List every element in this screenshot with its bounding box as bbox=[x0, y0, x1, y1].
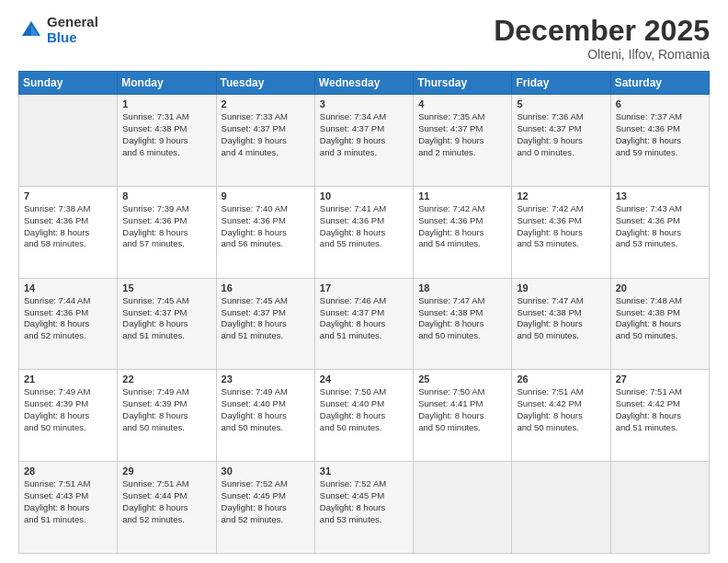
page: General Blue December 2025 Olteni, Ilfov… bbox=[0, 0, 728, 563]
week-row-3: 14Sunrise: 7:44 AM Sunset: 4:36 PM Dayli… bbox=[19, 278, 710, 370]
day-number: 22 bbox=[122, 373, 210, 385]
cell-info: Sunrise: 7:47 AM Sunset: 4:38 PM Dayligh… bbox=[517, 295, 605, 342]
calendar-cell: 1Sunrise: 7:31 AM Sunset: 4:38 PM Daylig… bbox=[118, 95, 216, 187]
day-number: 15 bbox=[122, 282, 210, 293]
day-number: 30 bbox=[222, 465, 310, 477]
day-number: 17 bbox=[320, 282, 408, 293]
logo: General Blue bbox=[18, 15, 98, 45]
week-row-4: 21Sunrise: 7:49 AM Sunset: 4:39 PM Dayli… bbox=[19, 370, 710, 462]
day-number: 4 bbox=[418, 98, 506, 109]
cell-info: Sunrise: 7:38 AM Sunset: 4:36 PM Dayligh… bbox=[24, 203, 112, 250]
cell-info: Sunrise: 7:49 AM Sunset: 4:40 PM Dayligh… bbox=[222, 386, 310, 433]
cell-info: Sunrise: 7:50 AM Sunset: 4:40 PM Dayligh… bbox=[320, 386, 408, 433]
cell-info: Sunrise: 7:43 AM Sunset: 4:36 PM Dayligh… bbox=[616, 203, 704, 250]
calendar-cell: 14Sunrise: 7:44 AM Sunset: 4:36 PM Dayli… bbox=[19, 278, 118, 370]
calendar-cell: 17Sunrise: 7:46 AM Sunset: 4:37 PM Dayli… bbox=[314, 278, 413, 370]
week-row-2: 7Sunrise: 7:38 AM Sunset: 4:36 PM Daylig… bbox=[19, 186, 710, 278]
calendar-cell: 10Sunrise: 7:41 AM Sunset: 4:36 PM Dayli… bbox=[314, 186, 413, 278]
calendar-cell: 18Sunrise: 7:47 AM Sunset: 4:38 PM Dayli… bbox=[414, 278, 512, 370]
cell-info: Sunrise: 7:47 AM Sunset: 4:38 PM Dayligh… bbox=[418, 295, 506, 342]
day-header-friday: Friday bbox=[512, 72, 610, 95]
calendar-cell: 20Sunrise: 7:48 AM Sunset: 4:38 PM Dayli… bbox=[610, 278, 709, 370]
calendar-cell bbox=[512, 462, 610, 554]
cell-info: Sunrise: 7:45 AM Sunset: 4:37 PM Dayligh… bbox=[122, 295, 210, 342]
calendar-cell: 4Sunrise: 7:35 AM Sunset: 4:37 PM Daylig… bbox=[414, 95, 512, 187]
day-number: 24 bbox=[320, 373, 408, 385]
day-number: 6 bbox=[616, 98, 704, 109]
cell-info: Sunrise: 7:49 AM Sunset: 4:39 PM Dayligh… bbox=[122, 386, 210, 433]
calendar-cell bbox=[19, 95, 118, 187]
cell-info: Sunrise: 7:42 AM Sunset: 4:36 PM Dayligh… bbox=[418, 203, 506, 250]
day-number: 11 bbox=[418, 190, 506, 201]
cell-info: Sunrise: 7:34 AM Sunset: 4:37 PM Dayligh… bbox=[320, 111, 408, 158]
calendar-cell: 6Sunrise: 7:37 AM Sunset: 4:36 PM Daylig… bbox=[610, 95, 709, 187]
calendar-cell: 3Sunrise: 7:34 AM Sunset: 4:37 PM Daylig… bbox=[314, 95, 413, 187]
calendar-cell: 16Sunrise: 7:45 AM Sunset: 4:37 PM Dayli… bbox=[216, 278, 314, 370]
calendar-cell: 25Sunrise: 7:50 AM Sunset: 4:41 PM Dayli… bbox=[414, 370, 512, 462]
cell-info: Sunrise: 7:40 AM Sunset: 4:36 PM Dayligh… bbox=[222, 203, 310, 250]
calendar-cell: 29Sunrise: 7:51 AM Sunset: 4:44 PM Dayli… bbox=[118, 462, 216, 554]
cell-info: Sunrise: 7:52 AM Sunset: 4:45 PM Dayligh… bbox=[222, 478, 310, 525]
cell-info: Sunrise: 7:41 AM Sunset: 4:36 PM Dayligh… bbox=[320, 203, 408, 250]
calendar-cell: 28Sunrise: 7:51 AM Sunset: 4:43 PM Dayli… bbox=[19, 462, 118, 554]
cell-info: Sunrise: 7:37 AM Sunset: 4:36 PM Dayligh… bbox=[616, 111, 704, 158]
day-number: 7 bbox=[24, 190, 112, 201]
day-header-tuesday: Tuesday bbox=[216, 72, 314, 95]
logo-icon bbox=[18, 17, 44, 43]
cell-info: Sunrise: 7:42 AM Sunset: 4:36 PM Dayligh… bbox=[517, 203, 605, 250]
calendar-cell: 12Sunrise: 7:42 AM Sunset: 4:36 PM Dayli… bbox=[512, 186, 610, 278]
header: General Blue December 2025 Olteni, Ilfov… bbox=[18, 15, 710, 62]
day-header-thursday: Thursday bbox=[414, 72, 512, 95]
day-header-monday: Monday bbox=[118, 72, 216, 95]
calendar-cell: 26Sunrise: 7:51 AM Sunset: 4:42 PM Dayli… bbox=[512, 370, 610, 462]
day-number: 29 bbox=[122, 465, 210, 477]
day-number: 8 bbox=[122, 190, 210, 201]
calendar-cell: 9Sunrise: 7:40 AM Sunset: 4:36 PM Daylig… bbox=[216, 186, 314, 278]
day-number: 18 bbox=[418, 282, 506, 293]
day-number: 23 bbox=[222, 373, 310, 385]
week-row-5: 28Sunrise: 7:51 AM Sunset: 4:43 PM Dayli… bbox=[19, 462, 710, 554]
cell-info: Sunrise: 7:49 AM Sunset: 4:39 PM Dayligh… bbox=[24, 386, 112, 433]
day-number: 12 bbox=[517, 190, 605, 201]
calendar-cell: 21Sunrise: 7:49 AM Sunset: 4:39 PM Dayli… bbox=[19, 370, 118, 462]
month-title: December 2025 bbox=[494, 15, 710, 47]
calendar-cell: 15Sunrise: 7:45 AM Sunset: 4:37 PM Dayli… bbox=[118, 278, 216, 370]
day-number: 31 bbox=[320, 465, 408, 477]
cell-info: Sunrise: 7:36 AM Sunset: 4:37 PM Dayligh… bbox=[517, 111, 605, 158]
calendar-cell: 24Sunrise: 7:50 AM Sunset: 4:40 PM Dayli… bbox=[314, 370, 413, 462]
day-header-sunday: Sunday bbox=[19, 72, 118, 95]
logo-blue-text: Blue bbox=[47, 30, 98, 46]
calendar-cell: 13Sunrise: 7:43 AM Sunset: 4:36 PM Dayli… bbox=[610, 186, 709, 278]
calendar-cell: 19Sunrise: 7:47 AM Sunset: 4:38 PM Dayli… bbox=[512, 278, 610, 370]
calendar-cell: 11Sunrise: 7:42 AM Sunset: 4:36 PM Dayli… bbox=[414, 186, 512, 278]
day-number: 1 bbox=[122, 98, 210, 109]
day-number: 26 bbox=[517, 373, 605, 385]
cell-info: Sunrise: 7:51 AM Sunset: 4:42 PM Dayligh… bbox=[616, 386, 704, 433]
logo-general-text: General bbox=[47, 15, 98, 30]
day-number: 14 bbox=[24, 282, 112, 293]
cell-info: Sunrise: 7:50 AM Sunset: 4:41 PM Dayligh… bbox=[418, 386, 506, 433]
calendar-cell bbox=[610, 462, 709, 554]
calendar-cell: 8Sunrise: 7:39 AM Sunset: 4:36 PM Daylig… bbox=[118, 186, 216, 278]
cell-info: Sunrise: 7:44 AM Sunset: 4:36 PM Dayligh… bbox=[24, 295, 112, 342]
calendar-cell: 22Sunrise: 7:49 AM Sunset: 4:39 PM Dayli… bbox=[118, 370, 216, 462]
cell-info: Sunrise: 7:51 AM Sunset: 4:44 PM Dayligh… bbox=[122, 478, 210, 525]
day-number: 10 bbox=[320, 190, 408, 201]
day-number: 5 bbox=[517, 98, 605, 109]
day-header-wednesday: Wednesday bbox=[314, 72, 413, 95]
calendar-cell: 27Sunrise: 7:51 AM Sunset: 4:42 PM Dayli… bbox=[610, 370, 709, 462]
cell-info: Sunrise: 7:39 AM Sunset: 4:36 PM Dayligh… bbox=[122, 203, 210, 250]
cell-info: Sunrise: 7:51 AM Sunset: 4:42 PM Dayligh… bbox=[517, 386, 605, 433]
day-number: 3 bbox=[320, 98, 408, 109]
calendar-cell: 23Sunrise: 7:49 AM Sunset: 4:40 PM Dayli… bbox=[216, 370, 314, 462]
day-number: 19 bbox=[517, 282, 605, 293]
cell-info: Sunrise: 7:52 AM Sunset: 4:45 PM Dayligh… bbox=[320, 478, 408, 525]
logo-text: General Blue bbox=[47, 15, 98, 45]
cell-info: Sunrise: 7:31 AM Sunset: 4:38 PM Dayligh… bbox=[122, 111, 210, 158]
day-number: 13 bbox=[616, 190, 704, 201]
cell-info: Sunrise: 7:45 AM Sunset: 4:37 PM Dayligh… bbox=[222, 295, 310, 342]
day-number: 2 bbox=[222, 98, 310, 109]
calendar-cell: 5Sunrise: 7:36 AM Sunset: 4:37 PM Daylig… bbox=[512, 95, 610, 187]
calendar-table: SundayMondayTuesdayWednesdayThursdayFrid… bbox=[18, 71, 710, 554]
title-block: December 2025 Olteni, Ilfov, Romania bbox=[494, 15, 710, 62]
